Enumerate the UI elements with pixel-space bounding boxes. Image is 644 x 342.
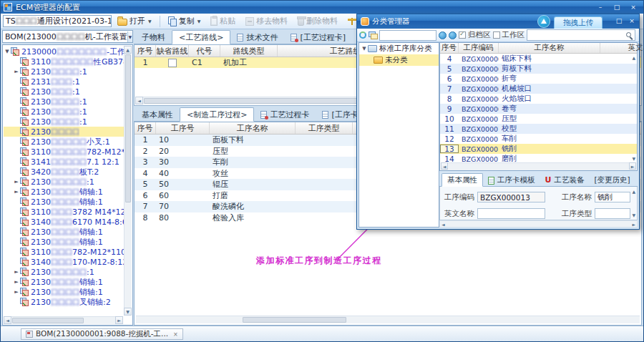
scroll-thumb[interactable] — [12, 318, 84, 323]
tree-item[interactable]: 2130口口口口销轴:1 — [4, 197, 124, 207]
column-header[interactable]: 代号 — [189, 45, 220, 57]
expander-icon[interactable]: ► — [13, 289, 20, 295]
collapse-button[interactable] — [449, 31, 457, 39]
scroll-left-icon[interactable]: ◄ — [441, 222, 445, 227]
toolbar-button[interactable]: 粘贴 ▼ — [206, 15, 240, 28]
workspace-combo[interactable]: TS口口口通用设计(2021-03-17 2 ▼ — [3, 15, 112, 27]
expander-icon[interactable]: ► — [13, 179, 20, 185]
tree-item[interactable]: 2130口口口口口小叉:1 — [4, 137, 124, 147]
bom-combo[interactable]: BOM(213000口口口口机-工作装置 ▼ — [2, 30, 133, 43]
expander-icon[interactable]: ► — [13, 269, 20, 275]
classifier-close-button[interactable]: × — [628, 17, 636, 24]
open-button[interactable]: 打开 ▼ — [113, 15, 156, 28]
detail-horizontal-scrollbar[interactable]: ◄► — [439, 220, 638, 228]
tab-basic-properties[interactable]: 基本属性 — [135, 108, 180, 122]
scroll-up-icon[interactable]: ▲ — [632, 189, 635, 194]
scroll-thumb[interactable] — [243, 317, 346, 323]
tab-technical-documents[interactable]: 技术文件 — [230, 31, 284, 44]
operation-row[interactable]: 9 BZGX000009 卷弯 — [440, 104, 637, 114]
operation-row[interactable]: 6 BZGX000006 折弯 — [440, 74, 637, 84]
close-button[interactable]: × — [628, 4, 639, 11]
column-header[interactable]: 英文名称 — [600, 43, 644, 53]
tree-item[interactable]: 2130口口口口 — [4, 127, 124, 137]
operation-type-field[interactable] — [595, 208, 630, 219]
column-header[interactable]: 序号 — [135, 45, 156, 57]
toolbar-button[interactable]: 删除物料 ▼ — [293, 15, 342, 28]
minimize-button[interactable]: – — [595, 4, 606, 11]
refresh-icon[interactable] — [359, 31, 366, 39]
expander-icon[interactable]: ► — [13, 69, 20, 74]
operation-row[interactable]: 8 BZGX000008 火焰坡口 — [440, 94, 637, 104]
close-icon[interactable]: × — [173, 331, 178, 338]
tree-horizontal-scrollbar[interactable]: ◄ ► — [4, 316, 123, 324]
tree-item[interactable]: ► 2130口口口口口:1 — [4, 177, 124, 187]
operation-row[interactable]: 11 BZGX000011 校型 — [440, 124, 637, 134]
scroll-left-icon[interactable]: ◄ — [441, 162, 448, 170]
tree-item[interactable]: 2130口口口口叉销轴:2 — [4, 297, 124, 307]
column-header[interactable]: 工序号 — [156, 122, 210, 134]
layers-icon[interactable] — [369, 31, 377, 39]
chevron-down-icon[interactable]: ▼ — [127, 31, 132, 42]
tree-item[interactable]: 3110口口口口口口性GB3782-M8 — [4, 57, 124, 67]
column-header[interactable]: 工序名称 — [499, 43, 600, 53]
column-header[interactable]: 序号 — [440, 43, 459, 53]
archive-checkbox[interactable] — [459, 31, 466, 39]
tab-basic-properties[interactable]: 基本属性 — [441, 173, 483, 187]
scroll-down-icon[interactable]: ▼ — [632, 212, 635, 218]
operation-row[interactable]: 14 BZGX000014 磨削 — [440, 154, 637, 162]
default-route-checkbox[interactable] — [168, 59, 177, 67]
titlebar[interactable]: ECM管理器的配置 – □ × — [1, 1, 643, 14]
scroll-down-icon[interactable]: ▼ — [124, 308, 132, 316]
tab-process-route[interactable]: <工艺路线> — [172, 30, 230, 44]
tree-item[interactable]: 2130口口口口销轴:1 — [4, 227, 124, 237]
scroll-down-icon[interactable]: ▼ — [632, 156, 635, 161]
scroll-right-icon[interactable]: ► — [632, 222, 635, 227]
operation-row[interactable]: 5 BZGX000005 剪板下料 — [440, 64, 637, 74]
scroll-thumb[interactable] — [125, 54, 131, 202]
tree-item[interactable]: ▼ 2130000口口口口口口口-工作装置: — [4, 47, 124, 57]
expander-icon[interactable]: ▼ — [4, 49, 11, 54]
tree-item[interactable]: 2131口口口:1 — [4, 77, 124, 87]
tree-item-unclassified[interactable]: 未分类 — [359, 54, 439, 66]
operations-horizontal-scrollbar[interactable]: ◄ ► — [441, 162, 636, 170]
tree-item[interactable]: 3110口口口782-M12*110- — [4, 247, 124, 257]
tree-item[interactable]: 3140口口口6170 M14-8:6 — [4, 217, 124, 227]
operation-row[interactable]: 7 BZGX000007 机械坡口 — [440, 84, 637, 94]
main-horizontal-scrollbar[interactable] — [136, 316, 640, 323]
tree-item[interactable]: 3420口口口口板T:2 — [4, 167, 124, 177]
toolbar-button[interactable]: 移去物料 ▼ — [241, 15, 292, 28]
search-input[interactable] — [527, 29, 635, 41]
drag-upload-button[interactable]: 拖拽上传 — [554, 16, 602, 29]
operation-name-field[interactable]: 铣削 — [595, 192, 630, 202]
tree-item[interactable]: 2130口口口:1 — [4, 87, 124, 97]
tab-change-history[interactable]: [变更历史] — [590, 174, 635, 187]
tab-process-card[interactable]: [工艺过程卡] — [284, 31, 352, 44]
english-name-field[interactable] — [477, 208, 545, 219]
tree-item[interactable]: ► 2130口口口口:1 — [4, 67, 124, 77]
tab-process-equipment[interactable]: 工艺装备 — [540, 174, 590, 187]
tab-operation-card-template[interactable]: 工序卡模板 — [483, 174, 540, 187]
operation-row[interactable]: 4 BZGX000004 锯床下料 — [440, 54, 637, 64]
column-header[interactable]: 路线类型 — [220, 45, 278, 57]
scroll-left-icon[interactable]: ◄ — [4, 316, 11, 324]
tree-item-root[interactable]: ▼ 标准工序库分类 — [359, 43, 439, 54]
tree-item[interactable]: ► 2130口口口口口:1 — [4, 267, 124, 277]
scroll-up-icon[interactable]: ▲ — [632, 55, 635, 60]
tree-item[interactable]: 3110口口口口口782-M12*25-8 — [4, 147, 124, 157]
operation-code-field[interactable]: BZGX000013 — [477, 192, 545, 202]
toolbar-button[interactable]: 复制 ▼ — [164, 15, 205, 28]
column-header[interactable]: 工序编码 — [459, 43, 499, 53]
tree-item[interactable]: 3110口口口3782 M14*120 — [4, 207, 124, 217]
tree-item[interactable]: 2130口口口口:1 — [4, 107, 124, 117]
classifier-maximize-button[interactable]: □ — [615, 17, 623, 24]
tree-item[interactable]: ► 2130口口口口销轴:1 — [4, 287, 124, 297]
maximize-button[interactable]: □ — [611, 4, 623, 11]
workspace-checkbox[interactable] — [493, 31, 500, 39]
classifier-titlebar[interactable]: 分类管理器 拖拽上传 □ × — [357, 14, 639, 29]
tree-item[interactable]: 2130口口口口销轴:1 — [4, 237, 124, 247]
expander-icon[interactable]: ► — [13, 189, 20, 195]
tree-item[interactable]: 3140口口口170-M12-8:12 — [4, 257, 124, 267]
scroll-right-icon[interactable]: ► — [629, 162, 636, 170]
scroll-right-icon[interactable]: ► — [115, 316, 123, 324]
tree-item[interactable]: ► 2130口口口口销轴:1 — [4, 187, 124, 197]
